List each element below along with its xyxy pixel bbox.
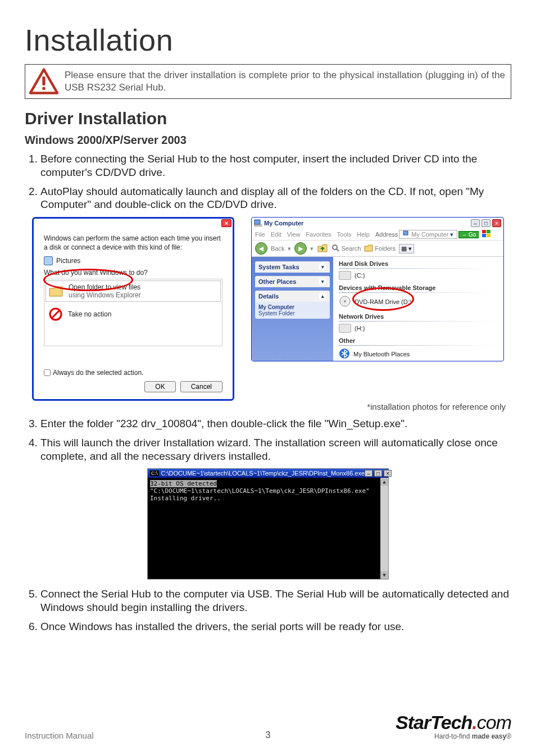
highlight-ellipse-mycomputer [352, 287, 414, 311]
close-icon[interactable]: × [384, 470, 392, 477]
svg-rect-10 [482, 234, 486, 237]
svg-rect-7 [403, 231, 408, 235]
chevron-down-icon[interactable]: ▾ [450, 231, 453, 238]
autoplay-intro: Windows can perform the same action each… [44, 234, 222, 252]
panel-details[interactable]: Details ▴ [255, 291, 330, 302]
menu-tools[interactable]: Tools [337, 231, 352, 238]
drive-c-label: (C:) [355, 272, 365, 279]
warning-box: Please ensure that the driver installati… [25, 64, 511, 99]
menu-bar: File Edit View Favorites Tools Help Addr… [252, 229, 503, 241]
toolbar: ◄ Back ▾ ► ▾ Search Folders ▦ ▾ [252, 241, 503, 257]
my-computer-screenshot: My Computer – □ × File Edit View Favorit… [251, 217, 504, 361]
drive-c[interactable]: (C:) [339, 271, 498, 280]
autoplay-titlebar: × [34, 219, 233, 228]
other-places-label: Other Places [258, 278, 296, 285]
step-3: Enter the folder "232 drv_100804", then … [40, 417, 511, 431]
menu-file[interactable]: File [255, 231, 265, 238]
page-title: Installation [25, 22, 511, 57]
back-label: Back [271, 245, 284, 252]
bluetooth-label: My Bluetooth Places [353, 351, 410, 357]
logo-brand-b: com [477, 712, 511, 733]
ok-button[interactable]: OK [144, 381, 175, 392]
section-other: Other [339, 337, 498, 344]
pictures-label: Pictures [56, 257, 80, 265]
scrollbar[interactable]: ▲ ▼ [380, 478, 388, 579]
close-icon[interactable]: × [221, 219, 231, 227]
scroll-down-icon[interactable]: ▼ [380, 571, 388, 579]
computer-icon [254, 219, 262, 228]
chevron-up-icon: ▴ [319, 292, 326, 300]
back-button[interactable]: ◄ [255, 242, 267, 255]
steps-list-b: Enter the folder "232 drv_100804", then … [25, 417, 511, 463]
bluetooth-icon [339, 348, 350, 360]
tagline-c: ® [506, 732, 511, 740]
maximize-icon[interactable]: □ [374, 470, 382, 477]
autoplay-screenshot: × Windows can perform the same action ea… [32, 217, 234, 401]
always-label: Always do the selected action. [53, 369, 143, 377]
startech-logo: StarTech.com Hard-to-find made easy® [396, 712, 511, 740]
up-folder-icon[interactable] [317, 243, 328, 254]
menu-edit[interactable]: Edit [271, 231, 281, 238]
folders-button[interactable]: Folders [364, 244, 396, 253]
os-heading: Windows 2000/XP/Server 2003 [25, 134, 511, 147]
address-value: My Computer [411, 231, 448, 238]
minimize-icon[interactable]: – [365, 470, 373, 477]
view-mode-button[interactable]: ▦ ▾ [399, 244, 414, 253]
warning-text: Please ensure that the driver installati… [65, 69, 505, 94]
chevron-down-icon: ▾ [319, 278, 326, 286]
section-network: Network Drives [339, 313, 498, 320]
choice-open-folder-sub: using Windows Explorer [69, 291, 141, 299]
always-checkbox[interactable] [44, 369, 51, 376]
hdd-icon [339, 271, 351, 280]
footer-left: Instruction Manual [25, 731, 94, 740]
always-checkbox-row[interactable]: Always do the selected action. [44, 369, 222, 377]
search-label: Search [341, 245, 361, 252]
footer: Instruction Manual 3 StarTech.com Hard-t… [25, 712, 511, 740]
no-action-icon [48, 306, 63, 322]
logo-brand-a: StarTech [396, 712, 472, 733]
cmd-screenshot: C:\ C:\DOCUME~1\startech\LOCALS~1\Temp\c… [147, 468, 389, 580]
go-button[interactable]: → Go [458, 231, 479, 238]
maximize-icon[interactable]: □ [482, 219, 490, 227]
details-label: Details [258, 293, 279, 300]
drive-h-label: (H:) [355, 325, 365, 332]
close-icon[interactable]: × [492, 219, 501, 227]
choice-no-action-label: Take no action [68, 310, 111, 318]
panel-other-places[interactable]: Other Places ▾ [255, 276, 330, 287]
search-button[interactable]: Search [331, 244, 361, 253]
driver-installation-heading: Driver Installation [25, 109, 511, 128]
network-drive-icon [339, 324, 351, 333]
svg-point-15 [344, 300, 346, 302]
drive-h[interactable]: (H:) [339, 324, 498, 333]
svg-rect-8 [482, 230, 486, 233]
address-box[interactable]: My Computer ▾ [399, 230, 457, 239]
svg-rect-9 [487, 230, 490, 233]
svg-rect-5 [255, 220, 260, 224]
bluetooth-places[interactable]: My Bluetooth Places [339, 348, 498, 360]
step-4: This will launch the driver Installation… [40, 436, 511, 463]
search-icon [331, 244, 339, 253]
menu-help[interactable]: Help [357, 231, 370, 238]
menu-view[interactable]: View [287, 231, 301, 238]
minimize-icon[interactable]: – [471, 219, 480, 227]
svg-rect-2 [42, 87, 45, 90]
screenshot-caption: *installation photos for reference only [25, 402, 506, 411]
cmd-icon: C:\ [150, 470, 159, 476]
computer-icon [403, 230, 410, 238]
scroll-up-icon[interactable]: ▲ [380, 478, 388, 486]
menu-favorites[interactable]: Favorites [306, 231, 331, 238]
step-2: AutoPlay should automatically launch and… [40, 185, 511, 212]
details-line1: My Computer [258, 304, 326, 310]
step-6: Once Windows has installed the drivers, … [40, 620, 511, 633]
side-panel: System Tasks ▾ Other Places ▾ Details [252, 257, 333, 361]
forward-button[interactable]: ► [294, 242, 307, 255]
step-5: Connect the Serial Hub to the computer v… [40, 587, 511, 614]
panel-system-tasks[interactable]: System Tasks ▾ [255, 261, 330, 273]
address-label: Address [375, 231, 398, 238]
cancel-button[interactable]: Cancel [180, 381, 222, 392]
warning-icon [29, 68, 59, 95]
section-hdd: Hard Disk Drives [339, 260, 498, 267]
choice-no-action[interactable]: Take no action [44, 303, 222, 325]
svg-line-4 [52, 310, 60, 318]
my-computer-title: My Computer [264, 220, 303, 227]
